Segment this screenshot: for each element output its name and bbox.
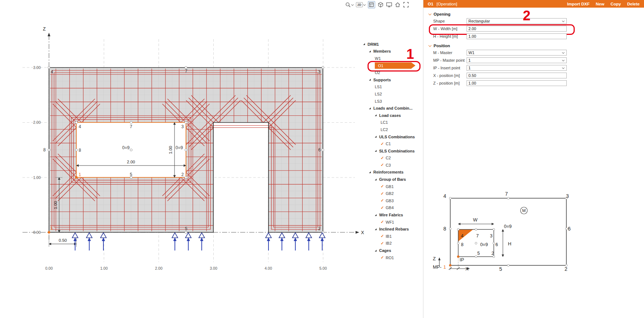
z-input[interactable] bbox=[467, 80, 567, 86]
tree-item-loads-and-combin-[interactable]: Loads and Combin... bbox=[363, 105, 422, 112]
tree-item-gb3[interactable]: ✓GB3 bbox=[363, 197, 422, 204]
mp-dropdown[interactable]: 1 bbox=[467, 57, 567, 63]
m-dropdown[interactable]: W1 bbox=[467, 50, 567, 56]
x-input[interactable] bbox=[467, 73, 567, 78]
wall-node-label: 1 bbox=[50, 226, 53, 231]
wall-node-label: 8 bbox=[43, 147, 46, 152]
checkbox-checked-icon[interactable]: ✓ bbox=[381, 234, 386, 238]
tree-item-o1[interactable]: O1 bbox=[363, 62, 422, 69]
wall-node-label: 2 bbox=[318, 226, 321, 231]
z-axis-tick: 3.00 bbox=[33, 65, 41, 70]
checkbox-checked-icon[interactable]: ✓ bbox=[381, 191, 386, 196]
tree-item-sls-combinations[interactable]: SLS Combinations bbox=[363, 147, 422, 155]
tree-item-c3[interactable]: ✓C3 bbox=[363, 162, 422, 169]
tree-item-label: RO1 bbox=[386, 256, 394, 260]
section-title: Opening bbox=[434, 12, 451, 16]
checkbox-checked-icon[interactable]: ✓ bbox=[381, 163, 386, 167]
tree-item-inclined-rebars[interactable]: Inclined Rebars bbox=[363, 225, 422, 233]
expand-icon[interactable] bbox=[375, 179, 379, 180]
tree-item-gb2[interactable]: ✓GB2 bbox=[363, 190, 422, 197]
tree-item-load-cases[interactable]: Load cases bbox=[363, 112, 422, 119]
tree-item-lc1[interactable]: LC1 bbox=[363, 119, 422, 126]
checkbox-checked-icon[interactable]: ✓ bbox=[381, 184, 386, 189]
section-header-position[interactable]: Position bbox=[429, 44, 644, 48]
tree-item-ls3[interactable]: LS3 bbox=[363, 98, 422, 105]
checkbox-checked-icon[interactable]: ✓ bbox=[381, 220, 386, 224]
opening-node-label: 3 bbox=[181, 124, 184, 129]
presentation-button[interactable] bbox=[386, 2, 392, 8]
property-row-h: H - Height [m] bbox=[433, 33, 644, 39]
tree-item-ib1[interactable]: ✓IB1 bbox=[363, 233, 422, 240]
expand-icon[interactable] bbox=[363, 43, 368, 45]
zoom-tool-button[interactable] bbox=[345, 2, 353, 8]
master-marker-label: M bbox=[522, 208, 526, 213]
checkbox-checked-icon[interactable]: ✓ bbox=[381, 156, 386, 160]
tree-item-label: C2 bbox=[386, 156, 391, 160]
new-button[interactable]: New bbox=[596, 2, 604, 6]
tree-item-w1[interactable]: W1 bbox=[363, 55, 422, 62]
tree-item-lc2[interactable]: LC2 bbox=[363, 126, 422, 133]
tree-item-ls1[interactable]: LS1 bbox=[363, 83, 422, 91]
section-header-opening[interactable]: Opening bbox=[429, 12, 644, 16]
tree-item-label: LC1 bbox=[381, 120, 388, 125]
shape-dropdown[interactable]: Rectangular bbox=[467, 18, 567, 24]
expand-icon[interactable] bbox=[375, 214, 379, 216]
panel-body: OpeningShapeRectangularW - Width [m]H - … bbox=[423, 12, 644, 86]
tree-item-label: C1 bbox=[386, 142, 391, 146]
tree-item-c1[interactable]: ✓C1 bbox=[363, 140, 422, 147]
tree-item-uls-combinations[interactable]: ULS Combinations bbox=[363, 133, 422, 140]
tree-item-reinforcements[interactable]: Reinforcements bbox=[363, 169, 422, 176]
tree-item-gb4[interactable]: ✓GB4 bbox=[363, 204, 422, 212]
import-dxf-button[interactable]: Import DXF bbox=[567, 2, 590, 6]
ip-dropdown[interactable]: 1 bbox=[467, 65, 567, 71]
home-view-button[interactable] bbox=[395, 2, 401, 8]
expand-icon[interactable] bbox=[375, 150, 379, 152]
checkbox-checked-icon[interactable]: ✓ bbox=[381, 142, 386, 146]
w-input[interactable] bbox=[467, 26, 567, 32]
axonometry-button[interactable] bbox=[378, 2, 383, 8]
tree-item-drm1[interactable]: DRM1 bbox=[363, 41, 422, 48]
tree-item-supports[interactable]: Supports bbox=[363, 76, 422, 83]
tree-item-o2[interactable]: O2 bbox=[363, 69, 422, 76]
copy-button[interactable]: Copy bbox=[611, 2, 621, 6]
expand-icon[interactable] bbox=[375, 136, 379, 138]
expand-icon[interactable] bbox=[369, 79, 373, 81]
node-marker bbox=[565, 228, 567, 230]
opening-node-label: 4 bbox=[79, 124, 81, 129]
tree-item-wire-fabrics[interactable]: Wire Fabrics bbox=[363, 211, 422, 219]
view-mode-select[interactable]: 2D bbox=[356, 2, 365, 7]
expand-icon[interactable] bbox=[369, 107, 373, 109]
delete-button[interactable]: Delete bbox=[627, 2, 640, 6]
expand-icon[interactable] bbox=[375, 250, 379, 252]
tree-item-c2[interactable]: ✓C2 bbox=[363, 155, 422, 162]
drawing-canvas[interactable]: 0.001.002.003.004.005.000.001.002.003.00… bbox=[0, 0, 423, 318]
node-marker bbox=[322, 149, 324, 151]
master-point-label: 0=9 bbox=[480, 242, 488, 247]
wall-node-label: 6 bbox=[318, 147, 321, 152]
expand-icon[interactable] bbox=[375, 228, 379, 230]
expand-icon[interactable] bbox=[369, 171, 373, 173]
tree-item-label: GB1 bbox=[386, 184, 394, 189]
expand-icon[interactable] bbox=[375, 114, 379, 116]
expand-icon[interactable] bbox=[369, 50, 373, 52]
h-input[interactable] bbox=[467, 33, 567, 39]
checkbox-checked-icon[interactable]: ✓ bbox=[381, 205, 386, 210]
tree-item-members[interactable]: Members bbox=[363, 48, 422, 55]
checkbox-checked-icon[interactable]: ✓ bbox=[381, 241, 386, 246]
tree-item-cages[interactable]: Cages bbox=[363, 247, 422, 254]
x-axis-tick: 3.00 bbox=[210, 266, 217, 270]
tree-item-ls2[interactable]: LS2 bbox=[363, 90, 422, 98]
fullscreen-button[interactable] bbox=[403, 2, 409, 8]
dropdown-value: 1 bbox=[468, 66, 471, 70]
tree-item-label: Cages bbox=[379, 248, 391, 253]
tree-item-ib2[interactable]: ✓IB2 bbox=[363, 240, 422, 247]
tree-item-group-of-bars[interactable]: Group of Bars bbox=[363, 176, 422, 183]
chevron-down-icon bbox=[562, 19, 565, 22]
tree-item-label: O1 bbox=[378, 64, 383, 68]
checkbox-checked-icon[interactable]: ✓ bbox=[381, 198, 386, 203]
tree-item-ro1[interactable]: ✓RO1 bbox=[363, 254, 422, 261]
tree-item-wf1[interactable]: ✓WF1 bbox=[363, 219, 422, 226]
plan-view-button[interactable] bbox=[368, 1, 375, 8]
tree-item-gb1[interactable]: ✓GB1 bbox=[363, 183, 422, 190]
checkbox-checked-icon[interactable]: ✓ bbox=[381, 255, 386, 260]
